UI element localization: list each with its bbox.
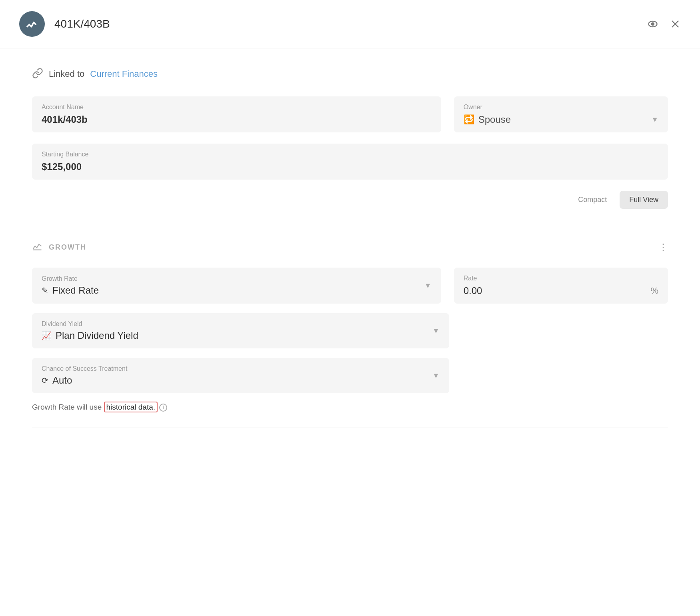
section-divider <box>32 225 668 225</box>
growth-section-header: GROWTH ⋮ <box>32 241 668 253</box>
account-name-value: 401k/403b <box>42 114 432 125</box>
more-options-button[interactable]: ⋮ <box>658 242 668 253</box>
info-icon[interactable]: i <box>159 404 167 412</box>
rate-unit: % <box>650 286 658 296</box>
account-name-label: Account Name <box>42 104 432 111</box>
growth-icon <box>32 241 42 253</box>
header-actions <box>647 18 681 30</box>
header-avatar <box>19 11 45 37</box>
main-content: Linked to Current Finances Account Name … <box>0 48 700 447</box>
dividend-yield-left: Dividend Yield 📈 Plan Dividend Yield <box>42 320 138 341</box>
rate-value-row: 0.00 % <box>464 285 658 296</box>
auto-icon: ⟳ <box>42 376 48 385</box>
linked-to-link[interactable]: Current Finances <box>90 69 158 79</box>
linked-to-label: Linked to <box>49 69 84 79</box>
trend-icon: 📈 <box>42 331 52 340</box>
header: 401K/403B <box>0 0 700 48</box>
svg-point-1 <box>652 23 654 25</box>
visibility-icon[interactable] <box>647 18 658 30</box>
dividend-dropdown-arrow: ▼ <box>432 327 440 335</box>
rate-field: Rate 0.00 % <box>454 268 668 304</box>
rate-value: 0.00 <box>464 285 482 296</box>
balance-fields-row: Starting Balance $125,000 <box>32 144 668 180</box>
linked-to-section: Linked to Current Finances <box>32 68 668 80</box>
close-icon[interactable] <box>670 18 681 30</box>
growth-rate-value: ✎ Fixed Rate <box>42 285 99 296</box>
starting-balance-field: Starting Balance $125,000 <box>32 144 668 180</box>
investment-icon <box>26 18 38 30</box>
cos-label: Chance of Success Treatment <box>42 365 127 372</box>
view-toggle: Compact Full View <box>32 191 668 209</box>
link-icon <box>32 68 43 80</box>
cos-left: Chance of Success Treatment ⟳ Auto <box>42 365 127 386</box>
balance-label: Starting Balance <box>42 151 658 158</box>
person-icon: 🔁 <box>464 114 474 125</box>
section-title-group: GROWTH <box>32 241 86 253</box>
growth-rate-field[interactable]: Growth Rate ✎ Fixed Rate ▼ <box>32 268 441 304</box>
dividend-label: Dividend Yield <box>42 320 138 328</box>
owner-dropdown-arrow: ▼ <box>651 116 658 124</box>
growth-rate-left: Growth Rate ✎ Fixed Rate <box>42 275 99 296</box>
account-fields-row: Account Name 401k/403b Owner 🔁 Spouse ▼ <box>32 96 668 132</box>
owner-label: Owner <box>464 104 658 111</box>
cos-value: ⟳ Auto <box>42 375 127 386</box>
historical-note: Growth Rate will use historical data.i <box>32 403 668 412</box>
owner-value: 🔁 Spouse <box>464 114 511 125</box>
growth-section-title: GROWTH <box>49 243 86 252</box>
owner-select: 🔁 Spouse ▼ <box>464 114 658 125</box>
rate-label: Rate <box>464 275 658 282</box>
dividend-yield-field[interactable]: Dividend Yield 📈 Plan Dividend Yield ▼ <box>32 313 449 348</box>
owner-field[interactable]: Owner 🔁 Spouse ▼ <box>454 96 668 132</box>
balance-value: $125,000 <box>42 161 658 172</box>
historical-data-link[interactable]: historical data. <box>104 402 158 412</box>
cos-dropdown-arrow: ▼ <box>432 372 440 380</box>
cos-treatment-field[interactable]: Chance of Success Treatment ⟳ Auto ▼ <box>32 358 449 393</box>
bottom-divider <box>32 428 668 428</box>
account-name-field: Account Name 401k/403b <box>32 96 441 132</box>
pencil-icon: ✎ <box>42 286 48 295</box>
page-title: 401K/403B <box>54 18 647 30</box>
growth-rate-label: Growth Rate <box>42 275 99 282</box>
compact-button[interactable]: Compact <box>568 191 616 209</box>
growth-rate-row: Growth Rate ✎ Fixed Rate ▼ Rate 0.00 % <box>32 268 668 304</box>
growth-rate-dropdown-arrow: ▼ <box>424 282 432 290</box>
dividend-value: 📈 Plan Dividend Yield <box>42 330 138 341</box>
full-view-button[interactable]: Full View <box>620 191 668 209</box>
